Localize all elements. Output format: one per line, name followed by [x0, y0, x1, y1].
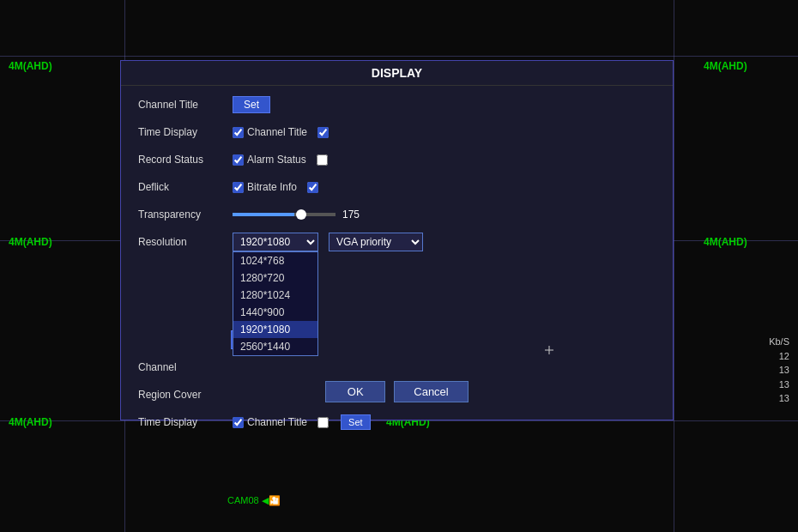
- record-status-row: Record Status Alarm Status: [138, 149, 656, 170]
- resolution-content: 1024*768 1280*720 1280*1024 1440*900 192…: [233, 233, 423, 251]
- deflick-bitrate-check[interactable]: Bitrate Info: [233, 181, 297, 193]
- corner-label-tl: 4M(AHD): [9, 60, 52, 72]
- dd-item-1280-720[interactable]: 1280*720: [233, 269, 317, 287]
- corner-label-mr: 4M(AHD): [704, 236, 747, 248]
- time-display-row: Time Display Channel Title: [138, 122, 656, 142]
- time-display-extra-checkbox[interactable]: [317, 127, 329, 138]
- dd-item-1024[interactable]: 1024*768: [233, 252, 317, 269]
- transparency-label: Transparency: [138, 209, 233, 221]
- record-status-alarm-text: Alarm Status: [247, 154, 306, 166]
- kbs-panel: Kb/S 12 13 13 13: [769, 335, 789, 406]
- td2-extra-checkbox[interactable]: [317, 417, 329, 428]
- kbs-label: Kb/S: [769, 335, 789, 349]
- channel-title-content: Set: [233, 96, 270, 113]
- deflick-bitrate-text: Bitrate Info: [247, 181, 297, 193]
- dd-item-1920[interactable]: 1920*1080: [233, 321, 317, 338]
- channel-title-set-button[interactable]: Set: [233, 96, 270, 113]
- time-display2-label: Time Display: [138, 416, 233, 428]
- transparency-content: 175: [233, 209, 368, 221]
- td2-channel-checkbox[interactable]: [233, 417, 244, 428]
- deflick-content: Bitrate Info: [233, 181, 318, 193]
- td2-channel-check[interactable]: Channel Title: [233, 416, 307, 428]
- deflick-row: Deflick Bitrate Info: [138, 177, 656, 197]
- tour-row: Tour: [136, 329, 656, 350]
- record-status-extra-checkbox[interactable]: [317, 154, 328, 166]
- ok-button[interactable]: OK: [325, 381, 385, 402]
- time-display-row2: Time Display Channel Title Set: [138, 412, 656, 432]
- channel-title-label: Channel Title: [138, 99, 233, 111]
- resolution-select[interactable]: 1024*768 1280*720 1280*1024 1440*900 192…: [233, 233, 318, 251]
- kbs-val-2: 13: [769, 363, 789, 378]
- transparency-slider[interactable]: [233, 213, 336, 216]
- channel-title-row: Channel Title Set: [138, 94, 656, 115]
- deflick-extra-checkbox[interactable]: [307, 182, 318, 193]
- kbs-val-1: 12: [769, 349, 789, 364]
- priority-select[interactable]: VGA priority HDMI priority: [329, 233, 423, 251]
- deflick-bitrate-checkbox[interactable]: [233, 182, 244, 193]
- time-display-content: Channel Title: [233, 126, 329, 138]
- time-display2-content: Channel Title Set: [233, 414, 371, 430]
- td2-channel-text: Channel Title: [247, 416, 307, 428]
- record-status-alarm-checkbox[interactable]: [233, 154, 244, 166]
- resolution-select-wrapper: 1024*768 1280*720 1280*1024 1440*900 192…: [233, 233, 318, 251]
- kbs-val-3: 13: [769, 378, 789, 392]
- time-display-label: Time Display: [138, 126, 233, 138]
- time-display2-set-button[interactable]: Set: [341, 414, 371, 430]
- channel-row: Channel: [138, 357, 656, 378]
- time-display-channel-title-checkbox[interactable]: [233, 127, 244, 138]
- resolution-row: Resolution 1024*768 1280*720 1280*1024 1…: [138, 232, 656, 252]
- resolution-dropdown-open: 1024*768 1280*720 1280*1024 1440*900 192…: [233, 251, 318, 356]
- corner-label-bl: 4M(AHD): [9, 416, 52, 428]
- dialog-title: DISPLAY: [121, 61, 673, 86]
- dialog-footer: OK Cancel: [121, 381, 673, 402]
- record-status-alarm-check[interactable]: Alarm Status: [233, 154, 306, 166]
- dd-item-1440[interactable]: 1440*900: [233, 304, 317, 321]
- display-dialog: DISPLAY Channel Title Set Time Display C…: [120, 60, 674, 420]
- channel-label: Channel: [138, 361, 233, 373]
- kbs-val-4: 13: [769, 391, 789, 406]
- transparency-row: Transparency 175: [138, 204, 656, 225]
- deflick-label: Deflick: [138, 181, 233, 193]
- record-status-content: Alarm Status: [233, 154, 328, 166]
- transparency-value: 175: [342, 209, 368, 221]
- time-display-channel-title-check[interactable]: Channel Title: [233, 126, 307, 138]
- dd-item-2560[interactable]: 2560*1440: [233, 338, 317, 355]
- cam08-label: CAM08 ◀🎦: [227, 495, 281, 506]
- record-status-label: Record Status: [138, 154, 233, 166]
- dd-item-1280-1024[interactable]: 1280*1024: [233, 287, 317, 304]
- time-display-channel-title-text: Channel Title: [247, 126, 307, 138]
- corner-label-ml: 4M(AHD): [9, 236, 52, 248]
- cancel-button[interactable]: Cancel: [394, 381, 468, 402]
- resolution-label: Resolution: [138, 236, 233, 248]
- corner-label-tr: 4M(AHD): [704, 60, 747, 72]
